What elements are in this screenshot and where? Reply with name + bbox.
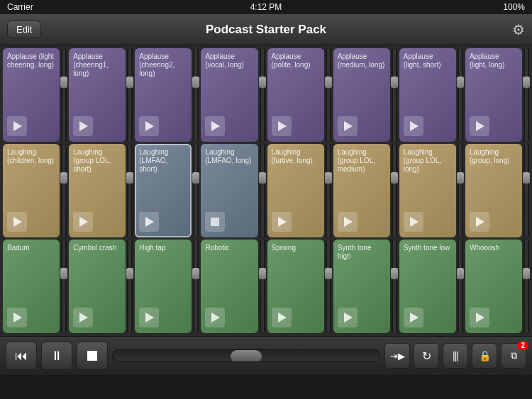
volume-slider-2-4[interactable] xyxy=(326,240,331,333)
volume-slider-2-0[interactable] xyxy=(61,240,67,333)
pad-0-4[interactable]: Applause (polite, long) xyxy=(267,48,324,142)
play-button-0-7[interactable] xyxy=(470,116,489,136)
vol-handle[interactable] xyxy=(126,77,133,88)
pad-2-0[interactable]: Badum xyxy=(3,240,60,333)
vol-handle[interactable] xyxy=(523,268,530,279)
vol-handle[interactable] xyxy=(325,77,332,88)
vol-handle[interactable] xyxy=(60,268,67,279)
pad-0-5[interactable]: Applause (medium, long) xyxy=(333,48,390,142)
vol-handle[interactable] xyxy=(391,172,398,184)
volume-slider-0-3[interactable] xyxy=(260,48,265,142)
play-button-1-0[interactable] xyxy=(7,212,27,232)
lock-button[interactable]: 🔒 xyxy=(472,343,497,369)
vol-handle[interactable] xyxy=(325,172,332,184)
play-button-1-1[interactable] xyxy=(73,212,93,232)
vol-handle[interactable] xyxy=(192,268,199,279)
volume-slider-0-2[interactable] xyxy=(193,48,199,142)
levels-button[interactable]: ||| xyxy=(443,343,468,369)
pad-2-6[interactable]: Synth tone low xyxy=(399,240,456,333)
play-button-0-5[interactable] xyxy=(338,116,358,136)
rewind-button[interactable]: ⏮ xyxy=(6,342,37,370)
play-button-0-6[interactable] xyxy=(404,116,423,136)
pad-0-7[interactable]: Applause (light, long) xyxy=(465,48,522,142)
volume-slider-1-1[interactable] xyxy=(127,144,133,237)
play-button-2-2[interactable] xyxy=(139,308,159,327)
scrubber[interactable] xyxy=(112,349,380,362)
pad-1-4[interactable]: Laughing (furtive, long) xyxy=(267,144,324,237)
vol-handle[interactable] xyxy=(60,77,67,88)
loop-button[interactable]: ↻ xyxy=(414,343,439,369)
volume-slider-0-5[interactable] xyxy=(392,48,397,142)
play-button-2-5[interactable] xyxy=(338,308,358,327)
vol-handle[interactable] xyxy=(60,172,67,184)
pad-2-5[interactable]: Synth tone high xyxy=(333,240,390,333)
pad-1-5[interactable]: Laughing (group LOL, medium) xyxy=(333,144,390,237)
play-button-2-6[interactable] xyxy=(404,308,423,327)
pad-0-0[interactable]: Applause (light cheering, long) xyxy=(3,48,60,142)
play-button-0-4[interactable] xyxy=(272,116,292,136)
play-button-1-2[interactable] xyxy=(139,212,159,232)
vol-handle[interactable] xyxy=(391,268,398,279)
pad-0-1[interactable]: Applause (cheering1, long) xyxy=(69,48,126,142)
volume-slider-0-7[interactable] xyxy=(523,48,529,142)
volume-slider-1-4[interactable] xyxy=(326,144,331,237)
volume-slider-2-7[interactable] xyxy=(523,240,529,333)
vol-handle[interactable] xyxy=(192,172,199,184)
pad-2-1[interactable]: Cymbol crash xyxy=(69,240,126,333)
play-button-0-2[interactable] xyxy=(139,116,159,136)
volume-slider-1-2[interactable] xyxy=(193,144,199,237)
volume-slider-1-5[interactable] xyxy=(392,144,397,237)
play-button-0-1[interactable] xyxy=(73,116,93,136)
vol-handle[interactable] xyxy=(457,268,464,279)
volume-slider-2-6[interactable] xyxy=(458,240,463,333)
pad-1-1[interactable]: Laughing (group LOL, short) xyxy=(69,144,126,237)
pad-2-3[interactable]: Robotic xyxy=(201,240,257,333)
vol-handle[interactable] xyxy=(259,268,266,279)
play-button-0-0[interactable] xyxy=(7,116,27,136)
volume-slider-1-3[interactable] xyxy=(260,144,265,237)
edit-button[interactable]: Edit xyxy=(7,21,41,38)
play-button-2-7[interactable] xyxy=(470,308,489,327)
play-button-2-0[interactable] xyxy=(7,308,27,327)
vol-handle[interactable] xyxy=(192,77,199,88)
volume-slider-1-7[interactable] xyxy=(523,144,529,237)
play-button-2-1[interactable] xyxy=(73,308,93,327)
pad-1-3[interactable]: Laughing (LMFAO, long) xyxy=(201,144,257,237)
play-button-1-4[interactable] xyxy=(272,212,292,232)
play-button-2-4[interactable] xyxy=(272,308,292,327)
vol-handle[interactable] xyxy=(259,172,266,184)
vol-handle[interactable] xyxy=(391,77,398,88)
pad-1-6[interactable]: Laughing (group LOL, long) xyxy=(399,144,456,237)
play-button-0-3[interactable] xyxy=(205,116,225,136)
volume-slider-2-3[interactable] xyxy=(260,240,265,333)
volume-slider-2-1[interactable] xyxy=(127,240,133,333)
vol-handle[interactable] xyxy=(126,268,133,279)
screen-button[interactable]: ⧉ 2 xyxy=(501,343,526,369)
vol-handle[interactable] xyxy=(126,172,133,184)
pad-0-2[interactable]: Applause (cheering2, long) xyxy=(135,48,192,142)
pad-2-7[interactable]: Whooosh xyxy=(465,240,522,333)
volume-slider-0-4[interactable] xyxy=(326,48,331,142)
pad-1-7[interactable]: Laughing (group, long) xyxy=(465,144,522,237)
pad-1-2[interactable]: Laughing (LMFAO, short) xyxy=(135,144,192,237)
pad-2-4[interactable]: Sproing xyxy=(267,240,324,333)
pad-2-2[interactable]: High tap xyxy=(135,240,192,333)
play-follow-button[interactable]: ⇥▶ xyxy=(384,343,410,369)
play-button-1-3[interactable] xyxy=(205,212,225,232)
vol-handle[interactable] xyxy=(457,77,464,88)
volume-slider-0-0[interactable] xyxy=(61,48,67,142)
pad-0-6[interactable]: Applause (light, short) xyxy=(399,48,456,142)
pause-button[interactable]: ⏸ xyxy=(41,342,72,370)
vol-handle[interactable] xyxy=(457,172,464,184)
volume-slider-0-6[interactable] xyxy=(458,48,463,142)
play-button-1-6[interactable] xyxy=(404,212,423,232)
volume-slider-2-5[interactable] xyxy=(392,240,397,333)
volume-slider-1-0[interactable] xyxy=(61,144,67,237)
volume-slider-1-6[interactable] xyxy=(458,144,463,237)
play-button-2-3[interactable] xyxy=(205,308,225,327)
scrubber-handle[interactable] xyxy=(231,350,262,362)
vol-handle[interactable] xyxy=(325,268,332,279)
pad-0-3[interactable]: Applause (vocal, long) xyxy=(201,48,257,142)
vol-handle[interactable] xyxy=(523,172,530,184)
volume-slider-0-1[interactable] xyxy=(127,48,133,142)
